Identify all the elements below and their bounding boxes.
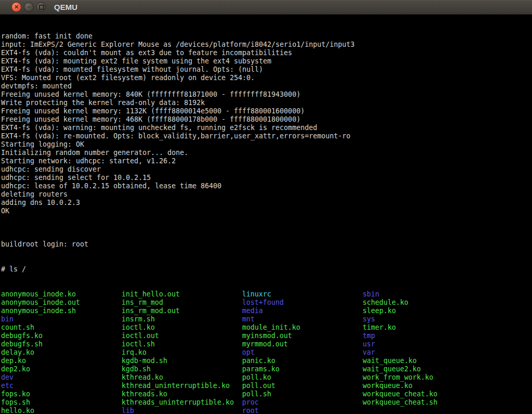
ls-entry: wait_queue2.ko <box>363 365 483 373</box>
ls-entry: dev <box>1 373 122 382</box>
ls-entry: myinsmod.out <box>242 332 363 340</box>
ls-entry: kgdb-mod.sh <box>122 357 242 365</box>
ls-row: fops.shkthreads_uninterruptible.koprocwo… <box>1 398 532 407</box>
boot-log-line: EXT4-fs (vda): warning: mounting uncheck… <box>1 124 532 132</box>
ls-entry: ioctl.sh <box>122 340 242 348</box>
ls-entry: delay.ko <box>1 348 122 357</box>
window-titlebar[interactable]: ✕ − QEMU <box>0 0 532 15</box>
ls-entry: poll.ko <box>242 373 363 382</box>
ls-entry: dep.ko <box>1 357 122 365</box>
ls-entry: tmp <box>363 332 483 340</box>
ls-entry: hello.ko <box>1 407 122 414</box>
ls-row: delay.koirq.kooptvar <box>1 348 532 357</box>
boot-log-line: VFS: Mounted root (ext2 filesystem) read… <box>1 74 532 82</box>
ls-command-line: # ls / <box>1 265 532 274</box>
ls-row: anonymous_inode.koinit_hello.outlinuxrcs… <box>1 290 532 299</box>
minimize-icon: − <box>27 4 30 10</box>
boot-log-line: EXT4-fs (vda): couldn't mount as ext3 du… <box>1 49 532 57</box>
boot-log-line: Initializing random number generator... … <box>1 149 532 157</box>
window-title: QEMU <box>54 3 77 11</box>
ls-row: dep2.kokgdb.shparams.kowait_queue2.ko <box>1 365 532 373</box>
boot-log-line: deleting routers <box>1 190 532 199</box>
ls-entry: count.sh <box>1 324 122 332</box>
ls-entry: lost+found <box>242 299 363 307</box>
ls-entry: proc <box>242 398 363 407</box>
close-icon: ✕ <box>14 4 19 10</box>
ls-entry: debugfs.sh <box>1 340 122 348</box>
boot-log-line: random: fast init done <box>1 32 532 41</box>
boot-log-line: Write protecting the kernel read-only da… <box>1 99 532 107</box>
close-button[interactable]: ✕ <box>11 2 21 12</box>
ls-entry: lib <box>122 407 242 414</box>
ls-entry: media <box>242 307 363 315</box>
minimize-button[interactable]: − <box>24 2 34 12</box>
ls-entry: linuxrc <box>242 290 363 299</box>
maximize-icon <box>39 5 44 10</box>
ls-entry: usr <box>363 340 483 348</box>
ls-entry: debugfs.ko <box>1 332 122 340</box>
ls-row: devkthread.kopoll.kowork_from_work.ko <box>1 373 532 382</box>
ls-row: count.shioctl.komodule_init.kotimer.ko <box>1 324 532 332</box>
ls-entry: dep2.ko <box>1 365 122 373</box>
boot-log-line: adding dns 10.0.2.3 <box>1 199 532 207</box>
boot-log-line: EXT4-fs (vda): mounting ext2 file system… <box>1 57 532 66</box>
login-line: buildroot login: root <box>1 240 532 249</box>
ls-entry: sbin <box>363 290 483 299</box>
ls-entry: workqueue.ko <box>363 382 483 390</box>
boot-log-line: EXT4-fs (vda): re-mounted. Opts: block_v… <box>1 132 532 140</box>
ls-row: hello.kolibroot <box>1 407 532 414</box>
ls-entry: poll.sh <box>242 390 363 398</box>
ls-row: anonymous_inode.outins_rm_modlost+founds… <box>1 299 532 307</box>
boot-log-line: devtmpfs: mounted <box>1 82 532 90</box>
ls-entry: irq.ko <box>122 348 242 357</box>
boot-log-line: udhcpc: sending select for 10.0.2.15 <box>1 174 532 182</box>
ls-entry: kthreads.ko <box>122 390 242 398</box>
ls-entry: mnt <box>242 315 363 324</box>
ls-entry: sleep.ko <box>363 307 483 315</box>
boot-log-line: Freeing unused kernel memory: 468K (ffff… <box>1 115 532 124</box>
maximize-button[interactable] <box>36 2 46 12</box>
ls-entry: workqueue_cheat.ko <box>363 390 483 398</box>
ls-entry: myrmmod.out <box>242 340 363 348</box>
ls-row: bininsrm.shmntsys <box>1 315 532 324</box>
boot-log-line: EXT4-fs (vda): mounted filesystem withou… <box>1 66 532 74</box>
ls-entry: anonymous_inode.out <box>1 299 122 307</box>
ls-row: anonymous_inode.shins_rm_mod.outmediasle… <box>1 307 532 315</box>
terminal-screen[interactable]: random: fast init doneinput: ImExPS/2 Ge… <box>0 15 532 414</box>
ls-entry: root <box>242 407 363 414</box>
ls-entry: poll.out <box>242 382 363 390</box>
ls-entry: module_init.ko <box>242 324 363 332</box>
ls-entry: work_from_work.ko <box>363 373 483 382</box>
boot-log-line: input: ImExPS/2 Generic Explorer Mouse a… <box>1 41 532 49</box>
ls-entry: ins_rm_mod <box>122 299 242 307</box>
ls-entry: etc <box>1 382 122 390</box>
ls-entry: wait_queue.ko <box>363 357 483 365</box>
ls-row: etckthread_uninterruptible.kopoll.outwor… <box>1 382 532 390</box>
boot-log-line: udhcpc: lease of 10.0.2.15 obtained, lea… <box>1 182 532 190</box>
ls-row: dep.kokgdb-mod.shpanic.kowait_queue.ko <box>1 357 532 365</box>
ls-entry: fops.ko <box>1 390 122 398</box>
ls-entry: var <box>363 348 483 357</box>
boot-log-line: OK <box>1 207 532 215</box>
boot-log: random: fast init doneinput: ImExPS/2 Ge… <box>1 32 532 224</box>
ls-entry: anonymous_inode.sh <box>1 307 122 315</box>
boot-log-line: Starting network: udhcpc: started, v1.26… <box>1 157 532 165</box>
ls-entry: bin <box>1 315 122 324</box>
ls-entry: schedule.ko <box>363 299 483 307</box>
ls-entry: opt <box>242 348 363 357</box>
ls-entry: ioctl.out <box>122 332 242 340</box>
boot-log-line <box>1 215 532 224</box>
ls-entry: kthread.ko <box>122 373 242 382</box>
ls-entry: fops.sh <box>1 398 122 407</box>
ls-entry: ioctl.ko <box>122 324 242 332</box>
ls-entry: sys <box>363 315 483 324</box>
ls-entry: kthread_uninterruptible.ko <box>122 382 242 390</box>
boot-log-line: Freeing unused kernel memory: 1132K (fff… <box>1 107 532 115</box>
ls-entry: kthreads_uninterruptible.ko <box>122 398 242 407</box>
ls-entry: insrm.sh <box>122 315 242 324</box>
ls-entry: ins_rm_mod.out <box>122 307 242 315</box>
ls-entry: params.ko <box>242 365 363 373</box>
ls-row: debugfs.koioctl.outmyinsmod.outtmp <box>1 332 532 340</box>
ls-entry: panic.ko <box>242 357 363 365</box>
boot-log-line: udhcpc: sending discover <box>1 165 532 174</box>
